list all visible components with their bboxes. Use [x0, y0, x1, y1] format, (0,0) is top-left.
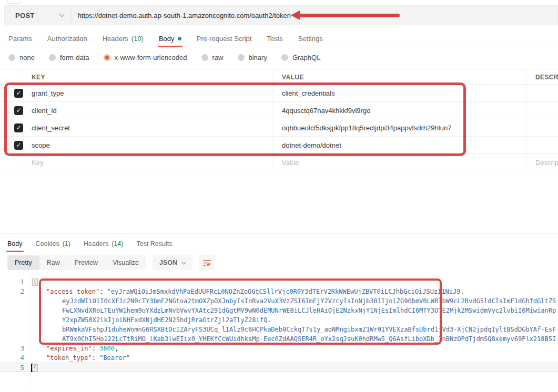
token: "eyJraWQiOiJmSmxkdVhPaEdUUFRcL0NOZnZoOGt…	[107, 288, 464, 295]
row-checkbox[interactable]: ✓	[14, 123, 23, 132]
table-row: ✓scopedotnet-demo/dotnet	[0, 137, 558, 154]
body-mode-raw[interactable]: raw	[201, 54, 224, 61]
response-tab-cookies[interactable]: Cookies(1)	[36, 236, 70, 252]
code-text[interactable]: "token_type": "Bearer"	[46, 353, 558, 363]
response-tab-test-results[interactable]: Test Results	[136, 236, 172, 252]
key-placeholder[interactable]: Key	[32, 159, 43, 167]
method-selector[interactable]: POST	[5, 12, 35, 19]
tab-label: Body	[7, 240, 23, 247]
param-value[interactable]: client_credentials	[282, 89, 334, 97]
tab-label: Headers	[103, 35, 128, 43]
tab-headers[interactable]: Headers(10)	[103, 30, 144, 47]
param-key[interactable]: client_id	[32, 107, 57, 115]
code-text[interactable]: bRWmkaVFshpJ1duheWomnG6RSXBtDcIZAryFS3UC…	[62, 325, 558, 334]
request-tab-edge	[7, 0, 21, 4]
chevron-down-icon	[181, 260, 187, 265]
code-text[interactable]: eyJzdWIiOiI0cXF1c2N0cTY3bmF2NGtoa2tmOXZp…	[62, 296, 558, 306]
body-mode-binary[interactable]: binary	[238, 54, 267, 61]
view-visualize[interactable]: Visualize	[105, 255, 146, 270]
row-checkbox[interactable]: ✓	[14, 141, 23, 150]
arrow-head-icon	[291, 11, 300, 20]
tab-tests[interactable]: Tests	[267, 30, 282, 47]
column-header-value: VALUE	[282, 74, 304, 81]
token: FwLXNvdXRoLTEuYW1hem9uYXdzLmNvbVwvYXAtc2…	[62, 307, 556, 314]
tab-count: (10)	[131, 35, 144, 43]
body-mode-options: noneform-datax-www-form-urlencodedrawbin…	[0, 49, 558, 65]
fold-marker-icon[interactable]: {	[32, 278, 38, 286]
line-number: 5	[0, 363, 24, 373]
tab-authorization[interactable]: Authorization	[47, 30, 87, 47]
tab-body[interactable]: Body	[159, 30, 181, 47]
radio-icon[interactable]	[8, 54, 15, 61]
tab-count: (1)	[63, 240, 70, 247]
code-text[interactable]: Y2xpZW50X2lkIjoiNHFxdXNjdHE2N25hdjRraGtr…	[62, 315, 558, 325]
tab-params[interactable]: Params	[8, 30, 32, 47]
row-checkbox[interactable]: ✓	[14, 106, 23, 115]
fold-marker-icon[interactable]: {	[32, 364, 38, 372]
response-tab-headers[interactable]: Headers(14)	[84, 236, 123, 252]
radio-icon[interactable]	[238, 54, 245, 61]
line-number: 1	[0, 277, 24, 287]
view-raw[interactable]: Raw	[39, 255, 67, 270]
param-value[interactable]: oqhbueofcf5dksjpkfpp18q5rectjdpi34pappvf…	[282, 124, 451, 132]
language-selector[interactable]: JSON	[153, 255, 192, 270]
response-tab-body[interactable]: Body	[7, 236, 23, 252]
token: Y2xpZW50X2lkIjoiNHFxdXNjdHE2N25hdjRraGtr…	[62, 316, 271, 324]
urlencoded-params-table: KEY VALUE DESCRIPTION ✓grant_typeclient_…	[0, 69, 558, 171]
column-header-key: KEY	[32, 74, 45, 81]
code-text[interactable]: "access_token": "eyJraWQiOiJmSmxkdVhPaEd…	[46, 287, 558, 296]
wrap-text-icon	[202, 259, 211, 267]
tab-pre-request-script[interactable]: Pre-request Script	[197, 30, 252, 47]
description-placeholder[interactable]: Description	[535, 159, 558, 167]
table-row-placeholder[interactable]: Key Value Description	[0, 154, 558, 171]
column-header-description: DESCRIPTION	[535, 74, 558, 81]
request-tabs: ParamsAuthorizationHeaders(10)BodyPre-re…	[0, 30, 558, 47]
view-preview[interactable]: Preview	[67, 255, 105, 270]
body-mode-GraphQL[interactable]: GraphQL	[281, 54, 320, 61]
radio-icon[interactable]	[49, 54, 56, 61]
wrap-text-button[interactable]	[199, 255, 215, 271]
response-toolbar: PrettyRawPreviewVisualize JSON	[0, 255, 558, 271]
postman-window: POST https://dotnet-demo.auth.ap-south-1…	[0, 0, 558, 392]
code-line: 1{	[0, 277, 558, 287]
param-key[interactable]: scope	[32, 141, 50, 149]
radio-icon[interactable]	[104, 54, 110, 61]
response-body-code: 1{2"access_token": "eyJraWQiOiJmSmxkdVhP…	[0, 274, 558, 392]
tabs-underline	[0, 47, 558, 47]
table-row: ✓grant_typeclient_credentials	[0, 85, 558, 102]
row-checkbox[interactable]: ✓	[14, 89, 23, 98]
param-value[interactable]: dotnet-demo/dotnet	[282, 141, 341, 149]
code-line: 3"expires_in": 3600,	[0, 344, 558, 353]
tab-label: Pre-request Script	[197, 35, 252, 43]
code-text[interactable]: "expires_in": 3600,	[46, 344, 558, 353]
code-line: bRWmkaVFshpJ1duheWomnG6RSXBtDcIZAryFS3UC…	[0, 325, 558, 334]
arrow-body	[300, 14, 400, 17]
response-divider	[0, 233, 558, 234]
code-text[interactable]: AT9x0ChI5Ho122LcTtRiMO_lKab3lwEIix0_YHEK…	[62, 334, 558, 344]
table-row: ✓client_secretoqhbueofcf5dksjpkfpp18q5re…	[0, 119, 558, 137]
code-line: 4"token_type": "Bearer"	[0, 353, 558, 363]
tab-label: Cookies	[36, 240, 59, 247]
radio-icon[interactable]	[281, 54, 288, 61]
param-key[interactable]: client_secret	[32, 124, 70, 132]
url-input[interactable]: https://dotnet-demo.auth.ap-south-1.amaz…	[78, 12, 291, 19]
annotation-arrow-url	[291, 11, 400, 20]
tab-settings[interactable]: Settings	[298, 30, 323, 47]
mode-label: x-www-form-urlencoded	[115, 54, 187, 61]
code-line: AT9x0ChI5Ho122LcTtRiMO_lKab3lwEIix0_YHEK…	[0, 334, 558, 344]
token: "access_token"	[46, 288, 99, 295]
mode-label: GraphQL	[292, 54, 320, 61]
body-mode-none[interactable]: none	[8, 54, 35, 61]
code-line: 5{	[0, 363, 558, 372]
body-mode-x-www-form-urlencoded[interactable]: x-www-form-urlencoded	[104, 54, 187, 61]
code-text[interactable]: FwLXNvdXRoLTEuYW1hem9uYXdzLmNvbVwvYXAtc2…	[62, 306, 558, 315]
chevron-down-icon[interactable]	[59, 12, 64, 17]
view-pretty[interactable]: Pretty	[7, 255, 39, 270]
tab-label: Headers	[84, 240, 108, 247]
token: bRWmkaVFshpJ1duheWomnG6RSXBtDcIZAryFS3UC…	[62, 326, 556, 333]
param-key[interactable]: grant_type	[32, 89, 64, 97]
value-placeholder[interactable]: Value	[282, 159, 299, 167]
radio-icon[interactable]	[201, 54, 208, 61]
param-value[interactable]: 4qqusctq67nav4khkkf9vi9rgo	[282, 107, 370, 115]
body-mode-form-data[interactable]: form-data	[49, 54, 89, 61]
